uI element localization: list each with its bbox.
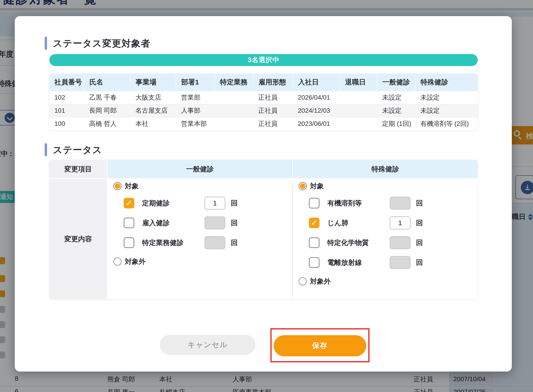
col-office: 事業場 <box>130 74 176 91</box>
checkbox-yuki-yozai[interactable] <box>309 198 319 208</box>
status-change-modal: ステータス変更対象者 3名選択中 社員番号 氏名 事業場 部署1 特定業務 <box>15 16 512 372</box>
general-item-row: 特定業務健診 回 <box>108 233 292 252</box>
radio-special-not-target-label: 対象外 <box>310 277 331 286</box>
special-item-row: 電離放射線 回 <box>293 252 478 272</box>
count-input-teiki[interactable] <box>205 197 225 210</box>
section-accent-bar <box>45 143 47 156</box>
section-targets: ステータス変更対象者 <box>45 37 151 50</box>
header-special-exam: 特殊健診 <box>292 160 478 178</box>
radio-general-not-target[interactable] <box>113 257 122 266</box>
special-exam-form: 対象 有機溶剤等 回 ✓ じん肺 回 <box>292 179 478 299</box>
section-status: ステータス <box>45 143 102 156</box>
radio-general-not-target-label: 対象外 <box>125 257 146 266</box>
radio-general-target-label: 対象 <box>125 182 139 191</box>
count-input-jinpai[interactable] <box>390 216 410 229</box>
col-general-exam: 一般健診 <box>377 74 415 91</box>
special-item-row: 有機溶剤等 回 <box>293 193 478 213</box>
checkbox-teiki-kenshin[interactable]: ✓ <box>124 198 134 208</box>
radio-special-target[interactable] <box>299 182 307 190</box>
count-input-denri-hoshasen <box>390 256 410 269</box>
col-employment-type: 雇用形態 <box>253 74 293 91</box>
save-button[interactable]: 保存 <box>274 335 366 356</box>
col-department: 部署1 <box>176 74 215 91</box>
checkbox-denri-hoshasen[interactable] <box>309 257 319 268</box>
col-hire-date: 入社日 <box>293 74 340 91</box>
header-general-exam: 一般健診 <box>107 160 292 178</box>
status-form-table: 変更項目 一般健診 特殊健診 変更内容 対象 ✓ 定期健診 回 <box>49 160 478 299</box>
label-change-content: 変更内容 <box>49 179 107 299</box>
check-icon: ✓ <box>311 219 317 227</box>
special-item-row: ✓ じん肺 回 <box>293 213 478 233</box>
selected-members-table: 社員番号 氏名 事業場 部署1 特定業務 雇用形態 入社日 退職日 一般健診 特… <box>49 74 478 130</box>
checkbox-jinpai[interactable]: ✓ <box>309 218 319 228</box>
col-retire-date: 退職日 <box>340 74 377 91</box>
section-accent-bar <box>45 37 47 50</box>
radio-general-target[interactable] <box>113 182 122 190</box>
general-item-row: 雇入健診 回 <box>108 213 292 233</box>
members-header-row: 社員番号 氏名 事業場 部署1 特定業務 雇用形態 入社日 退職日 一般健診 特… <box>49 74 478 91</box>
checkbox-yatoiire-kenshin[interactable] <box>124 218 134 228</box>
col-name: 氏名 <box>84 74 130 91</box>
col-specific-work: 特定業務 <box>215 74 253 91</box>
count-input-tokutei-kagaku <box>390 236 410 249</box>
radio-special-target-label: 対象 <box>310 182 324 191</box>
count-input-yuki-yozai <box>390 197 410 210</box>
checkbox-tokutei-gyomu-kenshin[interactable] <box>124 238 134 248</box>
cancel-button[interactable]: キャンセル <box>160 335 255 355</box>
count-input-tokutei-gyomu <box>205 236 225 249</box>
special-item-row: 特定化学物質 回 <box>293 233 478 252</box>
col-employee-id: 社員番号 <box>49 74 84 91</box>
table-row: 102 乙黒 千春 大阪支店 営業部 正社員 2026/04/01 未設定 未設… <box>49 91 478 104</box>
general-exam-form: 対象 ✓ 定期健診 回 雇入健診 回 <box>107 179 292 299</box>
radio-special-not-target[interactable] <box>299 277 307 285</box>
table-row: 101 長岡 司郎 名古屋支店 人事部 正社員 2024/12/03 未設定 未… <box>49 104 478 117</box>
selection-count-badge: 3名選択中 <box>49 54 478 66</box>
count-input-yatoiire <box>205 216 225 229</box>
screen: 健診対象者一覧 年度 特殊健 択中 : 通知 検 <box>0 0 533 392</box>
checkbox-tokutei-kagaku[interactable] <box>309 238 319 248</box>
section-title-targets: ステータス変更対象者 <box>53 37 151 50</box>
header-change-item: 変更項目 <box>49 160 107 178</box>
table-row: 100 高橋 哲人 本社 営業本部 正社員 2023/06/01 定期 (1回)… <box>49 117 478 130</box>
check-icon: ✓ <box>126 199 132 207</box>
section-title-status: ステータス <box>53 144 102 156</box>
col-special-exam: 特殊健診 <box>415 74 478 91</box>
general-item-row: ✓ 定期健診 回 <box>108 193 292 213</box>
